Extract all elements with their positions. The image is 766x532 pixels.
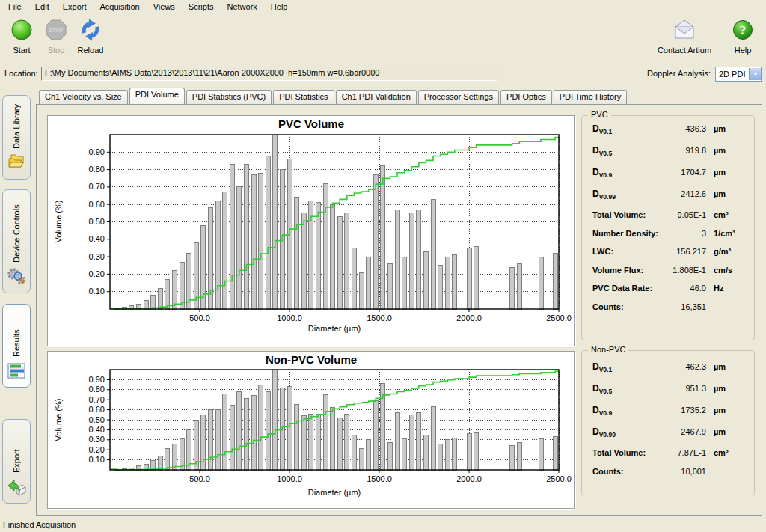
side-tab-results[interactable]: Results	[2, 304, 31, 388]
side-tab-device-controls[interactable]: Device Controls	[2, 189, 31, 293]
stat-label: LWC:	[592, 247, 613, 256]
stat-value: 3	[663, 229, 706, 238]
help-icon: ?	[730, 18, 756, 43]
contact-artium-button[interactable]: Contact Artium	[655, 18, 714, 55]
svg-text:1500.0: 1500.0	[367, 314, 392, 322]
menu-item-network[interactable]: Network	[220, 1, 263, 13]
stat-value: 46.0	[663, 284, 706, 293]
svg-text:0.70: 0.70	[89, 182, 105, 191]
stat-label: DV0.1	[592, 361, 612, 372]
nonpvc-groupbox-title: Non-PVC	[588, 345, 628, 354]
status-bar: Finished Acquisition	[0, 517, 766, 532]
stat-label: DV0.9	[592, 405, 612, 415]
side-tab-label: Export	[12, 427, 21, 473]
envelope-icon	[672, 18, 697, 43]
svg-text:0.60: 0.60	[89, 200, 105, 209]
location-row: Location: F:\My Documents\AIMS Data\2013…	[0, 64, 766, 84]
stat-row: DV0.91704.7µm	[582, 167, 754, 189]
svg-text:0.30: 0.30	[89, 435, 105, 444]
main-area: Data LibraryDevice ControlsResultsExport…	[0, 88, 766, 516]
side-tab-export[interactable]: Export	[2, 419, 31, 504]
tab-ch1-pdi-validation[interactable]: Ch1 PDI Validation	[336, 90, 417, 104]
stat-row: DV0.992412.6µm	[582, 189, 754, 210]
tab-pdi-optics[interactable]: PDI Optics	[500, 90, 552, 104]
reload-button[interactable]: Reload	[73, 18, 108, 55]
stat-unit: µm	[714, 189, 747, 198]
location-label: Location:	[4, 69, 38, 78]
tab-pdi-statistics-pvc-[interactable]: PDI Statistics (PVC)	[186, 90, 272, 104]
stat-value: 9.05E-1	[663, 210, 706, 219]
folders-icon	[7, 153, 26, 173]
chevron-down-icon[interactable]	[749, 68, 761, 80]
nonpvc-volume-chart: Non-PVC Volume Volume (%) Diameter (µm) …	[47, 351, 575, 509]
gears-icon	[7, 267, 26, 287]
tab-pdi-volume[interactable]: PDI Volume	[129, 88, 185, 104]
stat-unit: µm	[714, 406, 747, 415]
svg-text:0.70: 0.70	[89, 395, 105, 404]
stat-value: 1704.7	[663, 168, 706, 177]
side-tab-data-library[interactable]: Data Library	[2, 95, 31, 180]
tab-processor-settings[interactable]: Processor Settings	[418, 90, 499, 104]
menu-item-acquisition[interactable]: Acquisition	[94, 1, 147, 13]
stat-row: DV0.992467.9µm	[582, 426, 754, 448]
svg-text:0.90: 0.90	[89, 147, 105, 156]
menu-item-views[interactable]: Views	[147, 1, 182, 13]
svg-text:0.50: 0.50	[89, 415, 105, 424]
pvc-volume-plot: 500.01000.01500.02000.02500.00.100.200.3…	[48, 116, 574, 346]
svg-text:?: ?	[740, 23, 747, 37]
svg-text:0.90: 0.90	[89, 375, 105, 384]
stat-value: 7.87E-1	[663, 448, 706, 457]
stat-unit: µm	[714, 146, 747, 155]
menu-item-scripts[interactable]: Scripts	[182, 1, 221, 13]
menu-item-file[interactable]: File	[1, 1, 28, 13]
svg-text:2500.0: 2500.0	[546, 314, 572, 322]
start-button[interactable]: Start	[4, 18, 39, 55]
stat-unit: µm	[714, 362, 747, 371]
menu-item-edit[interactable]: Edit	[28, 1, 56, 13]
svg-text:1000.0: 1000.0	[277, 474, 302, 483]
stat-unit: µm	[714, 168, 747, 177]
stat-value: 2412.6	[663, 189, 706, 198]
side-tab-strip: Data LibraryDevice ControlsResultsExport	[0, 88, 35, 516]
results-icon	[7, 361, 26, 381]
stat-value: 2467.9	[663, 427, 706, 436]
svg-text:0.40: 0.40	[89, 425, 105, 434]
stat-label: DV0.5	[592, 383, 612, 394]
reload-label: Reload	[73, 46, 108, 55]
tab-pdi-statistics[interactable]: PDI Statistics	[273, 90, 334, 104]
svg-text:0.80: 0.80	[89, 165, 105, 174]
svg-text:2500.0: 2500.0	[546, 474, 572, 483]
stat-label: Total Volume:	[592, 210, 646, 219]
stat-value: 1.808E-1	[663, 266, 706, 275]
menu-item-export[interactable]: Export	[56, 1, 94, 13]
side-tab-label: Device Controls	[12, 198, 21, 263]
side-tab-label: Data Library	[12, 103, 21, 149]
help-button[interactable]: ? Help	[726, 18, 760, 55]
stat-value: 1735.2	[663, 406, 706, 415]
stat-unit: µm	[714, 384, 747, 393]
stat-row: DV0.91735.2µm	[582, 405, 754, 426]
stat-value: 436.3	[663, 124, 706, 133]
stat-value: 951.3	[663, 384, 706, 393]
stat-label: DV0.99	[592, 189, 616, 199]
doppler-analysis-select[interactable]: 2D PDI	[715, 67, 762, 82]
menu-item-help[interactable]: Help	[264, 1, 295, 13]
stat-row: Total Volume:9.05E-1cm³	[582, 210, 754, 229]
tab-ch1-velocity-vs-size[interactable]: Ch1 Velocity vs. Size	[39, 90, 128, 104]
stat-row: DV0.1462.3µm	[582, 361, 754, 383]
nonpvc-stats-groupbox: Non-PVC DV0.1462.3µmDV0.5951.3µmDV0.9173…	[581, 350, 755, 495]
contact-artium-label: Contact Artium	[655, 46, 714, 55]
status-text: Finished Acquisition	[3, 520, 76, 529]
stat-value: 462.3	[663, 362, 706, 371]
svg-text:0.10: 0.10	[89, 455, 105, 464]
location-field[interactable]: F:\My Documents\AIMS Data\2013\2013\11\2…	[41, 67, 497, 81]
pvc-stats-rows: DV0.1436.3µmDV0.5919.8µmDV0.91704.7µmDV0…	[582, 123, 754, 320]
svg-text:2000.0: 2000.0	[456, 314, 482, 322]
stop-button[interactable]: STOP Stop	[39, 18, 73, 55]
svg-text:2000.0: 2000.0	[456, 474, 482, 483]
stat-value: 919.8	[663, 146, 706, 155]
toolbar: Start STOP Stop	[0, 14, 766, 64]
stat-label: DV0.9	[592, 167, 612, 177]
pvc-groupbox-title: PVC	[588, 110, 611, 119]
tab-pdi-time-history[interactable]: PDI Time History	[554, 90, 628, 104]
